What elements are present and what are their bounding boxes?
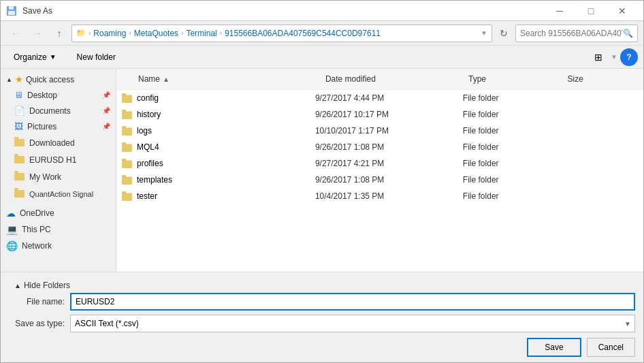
back-button[interactable]: ← bbox=[6, 24, 25, 43]
sidebar-item-desktop[interactable]: 🖥 Desktop 📌 bbox=[1, 87, 116, 103]
file-row-date: 9/26/2017 10:17 PM bbox=[310, 108, 457, 121]
file-row-name: config bbox=[116, 91, 310, 105]
file-row-size bbox=[560, 194, 643, 198]
sidebar-item-mywork[interactable]: My Work bbox=[1, 168, 116, 185]
col-name-label: Name bbox=[138, 74, 160, 84]
window-title: Save As bbox=[22, 6, 52, 16]
file-rows-container: config 9/27/2017 4:44 PM File folder his… bbox=[116, 90, 643, 204]
hide-folders-row[interactable]: ▲ Hide Folders bbox=[9, 278, 635, 293]
organize-dropdown-arrow: ▼ bbox=[50, 53, 57, 61]
help-icon: ? bbox=[626, 52, 631, 62]
quantaction-label: QuantAction Signal bbox=[29, 190, 93, 198]
file-name: logs bbox=[137, 126, 152, 136]
address-bar[interactable]: 📁 › Roaming › MetaQuotes › Terminal › 91… bbox=[71, 25, 492, 42]
sidebar: ▲ ★ Quick access 🖥 Desktop 📌 📄 Documents… bbox=[1, 69, 116, 272]
search-box[interactable]: 🔍 bbox=[515, 25, 638, 42]
filetype-select-wrap: ASCII Text (*.csv) ▼ bbox=[70, 315, 635, 332]
sidebar-item-pictures[interactable]: 🖼 Pictures 📌 bbox=[1, 119, 116, 134]
address-metaquotes[interactable]: MetaQuotes bbox=[134, 29, 178, 38]
maximize-button[interactable]: □ bbox=[575, 1, 607, 21]
file-row-type: File folder bbox=[457, 91, 560, 105]
file-row-type: File folder bbox=[457, 108, 560, 121]
search-input[interactable] bbox=[520, 29, 623, 38]
table-row[interactable]: profiles 9/27/2017 4:21 PM File folder bbox=[116, 155, 643, 172]
pictures-label: Pictures bbox=[27, 122, 57, 131]
filetype-label: Save as type: bbox=[9, 319, 70, 328]
bottom-panel: ▲ Hide Folders File name: Save as type: … bbox=[1, 272, 643, 362]
file-row-name: templates bbox=[116, 173, 310, 187]
folder-icon bbox=[122, 159, 133, 168]
sidebar-item-thispc[interactable]: 💻 This PC bbox=[1, 221, 116, 238]
quantaction-folder-icon bbox=[14, 188, 25, 200]
refresh-button[interactable]: ↻ bbox=[495, 25, 513, 42]
table-row[interactable]: MQL4 9/26/2017 1:08 PM File folder bbox=[116, 139, 643, 155]
buttons-row: Save Cancel bbox=[9, 338, 635, 357]
view-button[interactable]: ⊞ bbox=[589, 48, 608, 66]
address-guid[interactable]: 915566BA06ADA407569C544CC0D97611 bbox=[225, 29, 381, 38]
minimize-button[interactable]: ─ bbox=[544, 1, 575, 21]
sidebar-item-eurusd[interactable]: EURUSD H1 bbox=[1, 151, 116, 168]
col-type-label: Type bbox=[468, 74, 486, 84]
help-button[interactable]: ? bbox=[620, 48, 638, 66]
quick-access-header[interactable]: ▲ ★ Quick access bbox=[1, 72, 116, 87]
table-row[interactable]: config 9/27/2017 4:44 PM File folder bbox=[116, 90, 643, 106]
file-row-date: 10/4/2017 1:35 PM bbox=[310, 189, 457, 203]
downloaded-folder-icon bbox=[14, 137, 25, 148]
cancel-button[interactable]: Cancel bbox=[587, 338, 635, 357]
up-button[interactable]: ↑ bbox=[50, 24, 69, 43]
pin-icon: 📌 bbox=[102, 91, 110, 99]
save-as-dialog: Save As ─ □ ✕ ← → ↑ 📁 › Roaming › MetaQu… bbox=[0, 0, 644, 363]
sidebar-item-documents[interactable]: 📄 Documents 📌 bbox=[1, 103, 116, 119]
sidebar-item-network[interactable]: 🌐 Network bbox=[1, 238, 116, 254]
sidebar-item-quantaction[interactable]: QuantAction Signal bbox=[1, 185, 116, 202]
address-roaming[interactable]: Roaming bbox=[93, 29, 126, 38]
filetype-row: Save as type: ASCII Text (*.csv) ▼ bbox=[9, 315, 635, 332]
main-content: ▲ ★ Quick access 🖥 Desktop 📌 📄 Documents… bbox=[1, 69, 643, 272]
title-bar: Save As ─ □ ✕ bbox=[1, 1, 643, 21]
new-folder-button[interactable]: New folder bbox=[69, 48, 123, 66]
column-name[interactable]: Name ▲ bbox=[116, 72, 320, 86]
quick-access-star-icon: ★ bbox=[15, 74, 23, 84]
table-row[interactable]: tester 10/4/2017 1:35 PM File folder bbox=[116, 188, 643, 204]
table-row[interactable]: logs 10/10/2017 1:17 PM File folder bbox=[116, 123, 643, 139]
save-icon bbox=[6, 5, 17, 16]
file-row-date: 10/10/2017 1:17 PM bbox=[310, 124, 457, 138]
sidebar-item-downloaded[interactable]: Downloaded bbox=[1, 134, 116, 151]
folder-icon bbox=[122, 142, 133, 152]
documents-icon: 📄 bbox=[14, 106, 25, 116]
close-button[interactable]: ✕ bbox=[607, 1, 638, 21]
forward-button[interactable]: → bbox=[28, 24, 47, 43]
filetype-select[interactable]: ASCII Text (*.csv) bbox=[70, 315, 635, 332]
svg-rect-3 bbox=[14, 139, 25, 146]
svg-rect-23 bbox=[122, 144, 132, 144]
quick-access-label: Quick access bbox=[26, 75, 74, 84]
network-label: Network bbox=[22, 241, 52, 251]
downloaded-label: Downloaded bbox=[29, 138, 75, 148]
svg-rect-29 bbox=[122, 176, 132, 177]
hide-folders-label: Hide Folders bbox=[24, 281, 70, 290]
address-dropdown-arrow[interactable]: ▼ bbox=[481, 29, 487, 37]
folder-icon bbox=[122, 126, 133, 136]
eurusd-folder-icon bbox=[14, 154, 25, 165]
column-type[interactable]: Type bbox=[463, 72, 562, 86]
table-row[interactable]: history 9/26/2017 10:17 PM File folder bbox=[116, 106, 643, 123]
sidebar-item-onedrive[interactable]: ☁ OneDrive bbox=[1, 205, 116, 221]
address-terminal[interactable]: Terminal bbox=[186, 29, 216, 38]
file-row-date: 9/26/2017 1:08 PM bbox=[310, 173, 457, 187]
column-size[interactable]: Size bbox=[562, 72, 643, 86]
action-bar: Organize ▼ New folder ⊞ ▼ ? bbox=[1, 46, 643, 69]
eurusd-label: EURUSD H1 bbox=[29, 155, 76, 165]
quick-access-section: ▲ ★ Quick access 🖥 Desktop 📌 📄 Documents… bbox=[1, 72, 116, 202]
table-row[interactable]: templates 9/26/2017 1:08 PM File folder bbox=[116, 172, 643, 188]
organize-button[interactable]: Organize ▼ bbox=[6, 48, 64, 66]
column-date[interactable]: Date modified bbox=[320, 72, 463, 86]
filename-input[interactable] bbox=[70, 293, 635, 311]
file-row-size bbox=[560, 129, 643, 133]
file-name: MQL4 bbox=[137, 142, 159, 152]
view-icon: ⊞ bbox=[594, 52, 602, 63]
svg-rect-20 bbox=[122, 127, 132, 128]
file-name: profiles bbox=[137, 159, 163, 168]
save-button[interactable]: Save bbox=[527, 338, 581, 357]
view-dropdown-arrow[interactable]: ▼ bbox=[611, 53, 617, 61]
svg-rect-8 bbox=[14, 173, 25, 180]
